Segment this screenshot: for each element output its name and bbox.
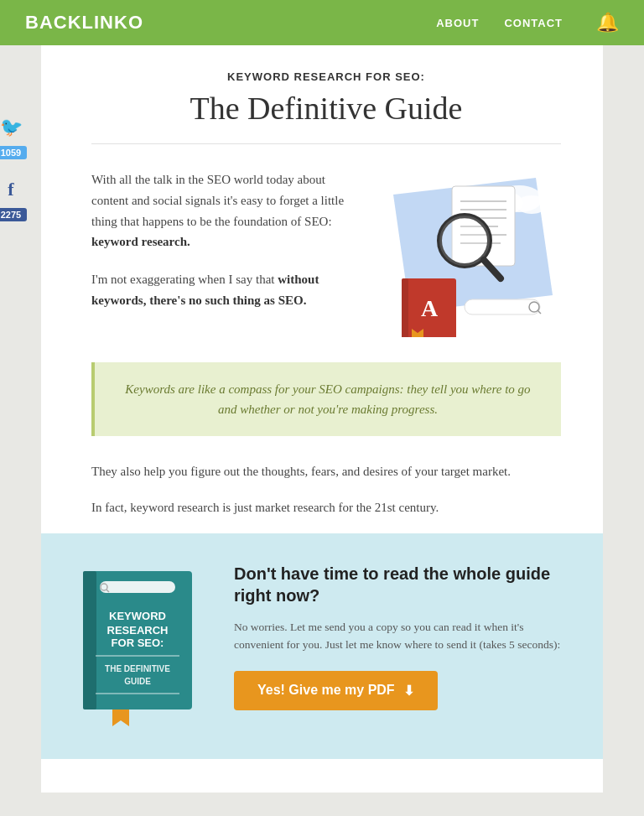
illustration-area: A — [377, 169, 561, 337]
lower-text: They also help you figure out the though… — [91, 461, 561, 518]
cta-body: No worries. Let me send you a copy so yo… — [234, 618, 569, 654]
cta-button-label: Yes! Give me my PDF — [257, 683, 395, 698]
contact-link[interactable]: CONTACT — [504, 17, 563, 29]
twitter-count[interactable]: 1059 — [0, 146, 27, 159]
intro-text: With all the talk in the SEO world today… — [91, 169, 351, 337]
article-header: KEYWORD RESEARCH FOR SEO: The Definitive… — [91, 70, 561, 144]
svg-rect-23 — [100, 581, 175, 593]
svg-rect-15 — [402, 278, 408, 337]
svg-text:A: A — [421, 295, 439, 321]
svg-text:FOR SEO:: FOR SEO: — [112, 637, 164, 649]
keyword-research-bold: keyword research. — [91, 235, 190, 248]
cta-book-illustration: KEYWORD RESEARCH FOR SEO: THE DEFINITIVE… — [75, 563, 205, 726]
twitter-icon[interactable]: 🐦 — [0, 112, 26, 143]
header-divider — [91, 143, 561, 144]
intro-paragraph-1: With all the talk in the SEO world today… — [91, 169, 351, 252]
svg-rect-29 — [96, 655, 179, 657]
cta-section: KEYWORD RESEARCH FOR SEO: THE DEFINITIVE… — [41, 533, 603, 759]
svg-text:THE DEFINITIVE: THE DEFINITIVE — [105, 664, 170, 673]
svg-text:RESEARCH: RESEARCH — [107, 624, 169, 637]
page-wrapper: 🐦 1059 f 2275 KEYWORD RESEARCH FOR SEO: … — [0, 45, 644, 793]
facebook-count[interactable]: 2275 — [0, 208, 27, 221]
svg-rect-22 — [83, 571, 96, 709]
lower-paragraph-1: They also help you figure out the though… — [91, 461, 561, 482]
hero-illustration: A — [377, 169, 557, 337]
cta-button[interactable]: Yes! Give me my PDF ⬇ — [234, 671, 438, 710]
bell-icon[interactable]: 🔔 — [596, 12, 619, 34]
svg-marker-33 — [112, 709, 129, 726]
navbar: BACKLINKO ABOUT CONTACT 🔔 — [0, 0, 644, 45]
social-sidebar: 🐦 1059 f 2275 — [0, 112, 27, 221]
lower-paragraph-2: In fact, keyword research is just market… — [91, 497, 561, 518]
svg-rect-32 — [96, 693, 179, 694]
svg-point-3 — [517, 195, 547, 214]
content-container: 🐦 1059 f 2275 KEYWORD RESEARCH FOR SEO: … — [41, 45, 603, 793]
nav-links: ABOUT CONTACT 🔔 — [436, 12, 619, 34]
intro-section: With all the talk in the SEO world today… — [91, 169, 561, 337]
site-logo[interactable]: BACKLINKO — [25, 12, 143, 34]
facebook-icon[interactable]: f — [0, 174, 26, 205]
cta-text: Don't have time to read the whole guide … — [234, 563, 569, 710]
about-link[interactable]: ABOUT — [436, 17, 479, 29]
article-subtitle: KEYWORD RESEARCH FOR SEO: — [91, 70, 561, 83]
svg-text:KEYWORD: KEYWORD — [109, 610, 166, 622]
cta-heading: Don't have time to read the whole guide … — [234, 563, 569, 606]
article-title: The Definitive Guide — [91, 90, 561, 127]
blockquote-text: Keywords are like a compass for your SEO… — [116, 379, 540, 419]
intro-paragraph-2: I'm not exaggerating when I say that wit… — [91, 269, 351, 311]
cta-book-area: KEYWORD RESEARCH FOR SEO: THE DEFINITIVE… — [75, 563, 209, 730]
svg-text:GUIDE: GUIDE — [124, 677, 151, 686]
blockquote-box: Keywords are like a compass for your SEO… — [91, 362, 561, 436]
download-icon: ⬇ — [403, 683, 414, 699]
